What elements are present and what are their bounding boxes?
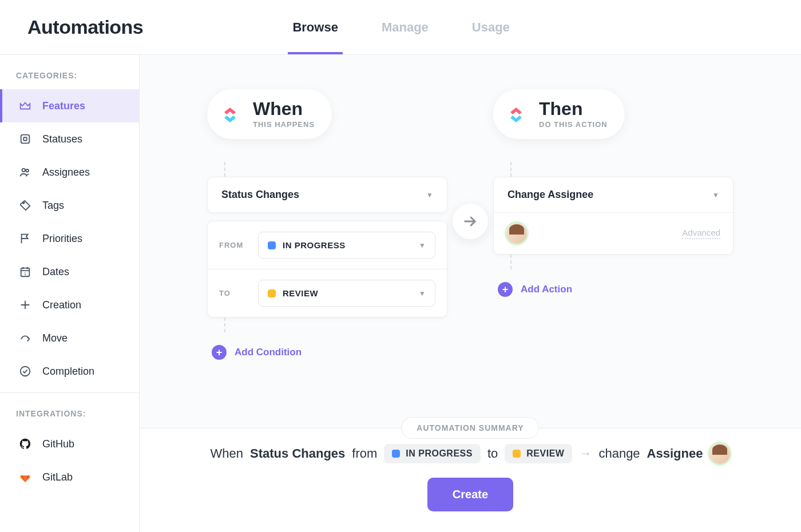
trigger-name: Status Changes (221, 189, 299, 201)
summary-label: AUTOMATION SUMMARY (401, 417, 539, 439)
calendar-icon: 1 (18, 265, 32, 279)
chevron-down-icon: ▼ (419, 241, 426, 249)
sidebar-item-label: Move (42, 332, 68, 344)
from-status-name: IN PROGRESS (283, 240, 346, 250)
then-subtitle: DO THIS ACTION (539, 120, 608, 129)
to-status-select[interactable]: REVIEW ▼ (258, 280, 435, 307)
svg-point-2 (22, 169, 26, 172)
from-status-select[interactable]: IN PROGRESS ▼ (258, 232, 435, 259)
sidebar-item-statuses[interactable]: Statuses (0, 122, 139, 156)
summary-line: When Status Changes from IN PROGRESS to … (162, 443, 778, 464)
svg-point-7 (21, 367, 30, 376)
integrations-label: INTEGRATIONS: (0, 409, 139, 427)
action-card: Change Assignee ▼ Advanced (493, 177, 733, 255)
sidebar-item-move[interactable]: Move (0, 321, 139, 355)
canvas: When THIS HAPPENS Status Changes ▼ FR (140, 55, 801, 532)
sidebar-item-gitlab[interactable]: GitLab (0, 460, 139, 494)
crown-icon (18, 99, 32, 113)
chevron-down-icon: ▼ (712, 191, 719, 199)
then-column: Then DO THIS ACTION Change Assignee ▼ Ad… (493, 89, 733, 309)
when-subtitle: THIS HAPPENS (253, 120, 315, 129)
when-header: When THIS HAPPENS (207, 89, 332, 139)
plus-icon (18, 298, 32, 312)
status-dot (268, 289, 276, 297)
status-dot (392, 450, 400, 458)
sidebar-item-features[interactable]: Features (0, 89, 139, 122)
summary-trigger: Status Changes (250, 446, 345, 461)
chevron-down-icon: ▼ (419, 289, 426, 297)
summary-when: When (211, 446, 243, 461)
sidebar-item-dates[interactable]: 1 Dates (0, 255, 139, 288)
sidebar-item-label: Statuses (42, 133, 82, 145)
sidebar-item-label: Priorities (42, 233, 82, 245)
create-button[interactable]: Create (427, 478, 513, 511)
sidebar-item-assignees[interactable]: Assignees (0, 156, 139, 189)
advanced-link[interactable]: Advanced (682, 228, 720, 239)
svg-point-3 (26, 169, 29, 172)
sidebar-item-priorities[interactable]: Priorities (0, 222, 139, 255)
clickup-logo-icon (217, 102, 243, 127)
svg-rect-1 (23, 137, 27, 141)
flag-icon (18, 232, 32, 245)
plus-circle-icon: + (498, 282, 513, 297)
tab-manage[interactable]: Manage (377, 1, 433, 54)
status-icon (18, 132, 32, 146)
sidebar-item-label: Completion (42, 366, 94, 378)
flow-arrow (447, 204, 493, 239)
arrow-icon: → (579, 446, 592, 461)
svg-text:1: 1 (24, 271, 26, 276)
tabs: Browse Manage Usage (288, 1, 514, 54)
then-header: Then DO THIS ACTION (493, 89, 625, 139)
sidebar-item-creation[interactable]: Creation (0, 288, 139, 321)
svg-rect-0 (21, 135, 30, 144)
then-title: Then (539, 100, 608, 118)
trigger-select[interactable]: Status Changes ▼ (208, 177, 447, 212)
add-action-label: Add Action (521, 284, 572, 295)
plus-circle-icon: + (212, 345, 227, 360)
arrow-circle (453, 204, 488, 239)
summary-from-chip: IN PROGRESS (384, 444, 481, 463)
sidebar-item-label: Creation (42, 299, 81, 311)
action-name: Change Assignee (507, 189, 593, 201)
sidebar-item-label: Tags (42, 200, 64, 212)
when-title: When (253, 100, 315, 118)
summary-to-chip: REVIEW (505, 444, 572, 463)
github-icon (18, 437, 32, 451)
add-action-button[interactable]: + Add Action (493, 269, 733, 309)
summary-from: from (352, 446, 377, 461)
summary-area: AUTOMATION SUMMARY When Status Changes f… (140, 428, 801, 532)
sidebar-item-label: Assignees (42, 166, 90, 178)
status-dot (513, 450, 521, 458)
sidebar-item-label: Features (42, 100, 85, 112)
tag-icon (18, 198, 32, 212)
gitlab-icon (18, 470, 32, 484)
from-label: FROM (219, 241, 249, 249)
status-block: FROM IN PROGRESS ▼ TO REVIEW (207, 221, 447, 317)
check-icon (18, 364, 32, 378)
avatar[interactable] (506, 223, 527, 244)
tab-browse[interactable]: Browse (288, 1, 342, 54)
chevron-down-icon: ▼ (426, 191, 433, 199)
sidebar: CATEGORIES: Features Statuses Assignees … (0, 55, 140, 532)
sidebar-item-label: GitLab (42, 471, 73, 483)
sidebar-item-label: GitHub (42, 438, 74, 450)
tab-usage[interactable]: Usage (467, 1, 514, 54)
trigger-card: Status Changes ▼ (207, 177, 447, 213)
sidebar-item-tags[interactable]: Tags (0, 189, 139, 222)
to-label: TO (219, 289, 249, 297)
add-condition-button[interactable]: + Add Condition (207, 332, 447, 372)
categories-label: CATEGORIES: (0, 71, 139, 89)
assignees-icon (18, 165, 32, 179)
status-dot (268, 241, 276, 249)
to-status-name: REVIEW (283, 288, 318, 298)
summary-to: to (487, 446, 498, 461)
sidebar-item-completion[interactable]: Completion (0, 355, 139, 388)
summary-assignee: Assignee (647, 446, 703, 461)
sidebar-item-label: Dates (42, 266, 69, 278)
sidebar-item-github[interactable]: GitHub (0, 427, 139, 460)
clickup-logo-icon (503, 102, 529, 127)
summary-change: change (598, 446, 640, 461)
move-icon (18, 331, 32, 345)
action-select[interactable]: Change Assignee ▼ (494, 177, 733, 212)
add-condition-label: Add Condition (235, 347, 302, 358)
